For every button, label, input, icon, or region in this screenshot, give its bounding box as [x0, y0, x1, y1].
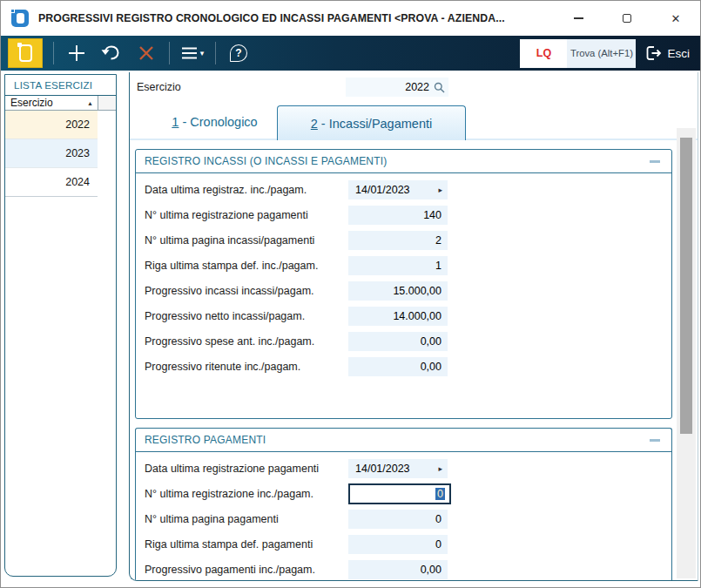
section-header: REGISTRO INCASSI (O INCASSI E PAGAMENTI): [136, 150, 671, 173]
number-field[interactable]: 0: [348, 510, 448, 529]
collapse-button[interactable]: [649, 434, 661, 446]
vertical-scrollbar[interactable]: [677, 128, 696, 578]
maximize-button[interactable]: [603, 1, 651, 36]
number-field[interactable]: 1: [348, 256, 448, 275]
help-button[interactable]: ?: [221, 38, 256, 68]
field-label: N° ultima registrazione inc./pagam.: [143, 488, 348, 500]
esci-label: Esci: [667, 47, 690, 60]
field-label: N° ultima pagina incassi/pagamenti: [143, 234, 348, 247]
close-icon: ✕: [671, 13, 681, 24]
field-row: N° ultima registrazione pagamenti 140: [143, 206, 671, 225]
chevron-down-icon: ▾: [200, 49, 205, 57]
app-logo-icon: [11, 10, 29, 27]
field-label: N° ultima registrazione pagamenti: [143, 209, 348, 221]
delete-button[interactable]: [129, 38, 164, 68]
expand-arrow-icon[interactable]: ▸: [438, 186, 442, 194]
esercizio-field[interactable]: 2022: [346, 78, 448, 97]
undo-button[interactable]: [94, 38, 129, 68]
exit-icon: [644, 44, 662, 62]
delete-x-icon: [138, 44, 155, 62]
field-label: N° ultima pagina pagamenti: [143, 513, 348, 525]
search-icon[interactable]: [434, 82, 445, 93]
main-panel: Esercizio 2022 1 - Cronologico 2 - Incas…: [129, 72, 698, 581]
help-icon: ?: [230, 44, 247, 62]
number-field[interactable]: 2: [348, 231, 448, 250]
column-header-esercizio[interactable]: Esercizio ▲: [5, 96, 98, 110]
field-label: Progressivo incassi incassi/pagam.: [143, 285, 348, 297]
hamburger-menu-icon: [181, 46, 198, 60]
toolbar-separator: [53, 42, 54, 64]
number-field[interactable]: 14.000,00: [348, 307, 448, 326]
number-field[interactable]: 15.000,00: [348, 281, 448, 301]
column-header-empty: [98, 96, 116, 110]
toolbar-separator: [169, 42, 170, 64]
date-field[interactable]: 14/01/2023 ▸: [348, 180, 448, 199]
tab-strip: 1 - Cronologico 2 - Incassi/Pagamenti: [130, 105, 698, 140]
collapse-button[interactable]: [649, 155, 661, 167]
field-row: Progressivo pagamenti inc./pagam. 0,00: [143, 560, 671, 579]
trova-button[interactable]: Trova (Alt+F1): [567, 39, 636, 68]
menu-button[interactable]: ▾: [175, 38, 210, 68]
list-item-2022[interactable]: 2022: [5, 111, 116, 139]
number-field[interactable]: 0,00: [348, 357, 448, 376]
lq-indicator[interactable]: LQ: [520, 39, 567, 68]
field-row: N° ultima registrazione inc./pagam. 0: [143, 484, 671, 504]
field-label: Riga ultima stampa def. inc./pagam.: [143, 260, 348, 272]
minimize-icon: [574, 17, 583, 19]
minimize-button[interactable]: [554, 1, 603, 36]
esercizio-label: Esercizio: [137, 81, 181, 93]
sort-asc-icon: ▲: [87, 100, 93, 106]
company-button[interactable]: [8, 38, 43, 68]
field-row: Data ultima registrazione pagamenti 14/0…: [143, 459, 671, 478]
selected-text: 0: [435, 488, 445, 500]
toolbar: ▾ ? LQ Trova (Alt+F1) Esci: [1, 36, 700, 71]
close-button[interactable]: ✕: [651, 1, 700, 36]
tab-incassi-pagamenti[interactable]: 2 - Incassi/Pagamenti: [277, 105, 466, 140]
field-label: Progressivo netto incassi/pagam.: [143, 310, 348, 322]
new-record-button[interactable]: [59, 38, 94, 68]
section-header: REGISTRO PAGAMENTI: [136, 429, 671, 452]
section-fields: Data ultima registraz. inc./pagam. 14/01…: [136, 173, 671, 376]
section-fields: Data ultima registrazione pagamenti 14/0…: [136, 452, 671, 579]
toolbar-separator: [215, 42, 216, 64]
sidebar-table-header: Esercizio ▲: [5, 96, 116, 111]
number-field[interactable]: 140: [348, 206, 448, 225]
window-title: PROGRESSIVI REGISTRO CRONOLOGICO ED INCA…: [38, 12, 505, 24]
field-row: Data ultima registraz. inc./pagam. 14/01…: [143, 180, 671, 199]
plus-icon: [67, 44, 86, 63]
date-field[interactable]: 14/01/2023 ▸: [348, 459, 448, 478]
scrollbar-thumb[interactable]: [680, 138, 692, 434]
field-label: Progressivo ritenute inc./pagam.: [143, 361, 348, 373]
focused-input-field[interactable]: 0: [348, 483, 451, 504]
field-row: N° ultima pagina incassi/pagamenti 2: [143, 231, 671, 250]
sidebar-title: LISTA ESERCIZI: [5, 75, 116, 96]
tab-cronologico[interactable]: 1 - Cronologico: [152, 105, 278, 139]
sidebar-lista-esercizi: LISTA ESERCIZI Esercizio ▲ 2022 2023 202…: [4, 74, 117, 577]
number-field[interactable]: 0,00: [348, 332, 448, 351]
section-title: REGISTRO PAGAMENTI: [145, 434, 266, 446]
undo-icon: [101, 44, 122, 62]
field-row: Progressivo spese ant. inc./pagam. 0,00: [143, 332, 671, 351]
window-controls: ✕: [554, 1, 700, 36]
esci-button[interactable]: Esci: [644, 44, 690, 62]
minus-icon: [650, 439, 660, 442]
number-field[interactable]: 0,00: [348, 560, 448, 579]
field-row: Progressivo ritenute inc./pagam. 0,00: [143, 357, 671, 376]
section-title: REGISTRO INCASSI (O INCASSI E PAGAMENTI): [145, 155, 387, 167]
toolbar-right-group: LQ Trova (Alt+F1) Esci: [520, 36, 700, 71]
section-registro-pagamenti: REGISTRO PAGAMENTI Data ultima registraz…: [135, 428, 672, 581]
field-row: Riga ultima stampa def. inc./pagam. 1: [143, 256, 671, 275]
field-label: Progressivo pagamenti inc./pagam.: [143, 564, 348, 576]
number-field[interactable]: 0: [348, 535, 448, 554]
field-row: N° ultima pagina pagamenti 0: [143, 510, 671, 529]
title-bar: PROGRESSIVI REGISTRO CRONOLOGICO ED INCA…: [1, 1, 700, 36]
list-item-2024[interactable]: 2024: [5, 168, 116, 197]
field-label: Data ultima registrazione pagamenti: [143, 463, 348, 475]
field-row: Progressivo incassi incassi/pagam. 15.00…: [143, 281, 671, 301]
field-row: Riga ultima stampa def. pagamenti 0: [143, 535, 671, 554]
maximize-icon: [623, 14, 631, 23]
list-item-2023[interactable]: 2023: [5, 139, 116, 168]
field-row: Progressivo netto incassi/pagam. 14.000,…: [143, 307, 671, 326]
section-registro-incassi: REGISTRO INCASSI (O INCASSI E PAGAMENTI)…: [135, 149, 672, 419]
expand-arrow-icon[interactable]: ▸: [438, 464, 442, 473]
